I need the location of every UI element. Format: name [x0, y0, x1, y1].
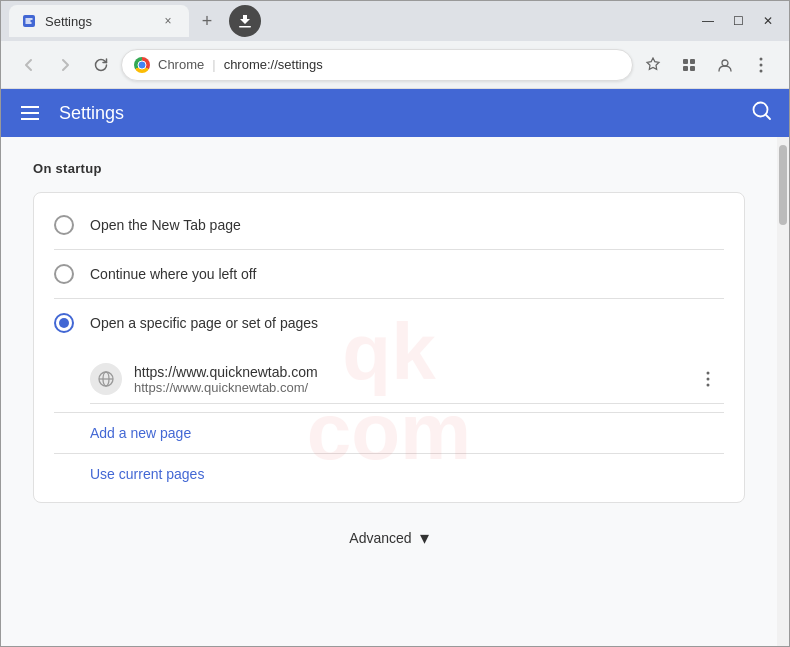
scrollbar-track: [777, 137, 789, 646]
specific-page-radio[interactable]: [54, 313, 74, 333]
page-url-secondary: https://www.quicknewtab.com/: [134, 380, 692, 395]
specific-page-label: Open a specific page or set of pages: [90, 315, 318, 331]
profile-button[interactable]: [709, 49, 741, 81]
tab-favicon: [21, 13, 37, 29]
settings-page-title: Settings: [59, 103, 124, 124]
svg-rect-3: [690, 59, 695, 64]
advanced-label: Advanced: [349, 530, 411, 546]
more-menu-button[interactable]: [745, 49, 777, 81]
svg-point-14: [707, 372, 710, 375]
radio-selected-indicator: [59, 318, 69, 328]
nav-bar: Chrome | chrome://settings: [1, 41, 789, 89]
forward-button[interactable]: [49, 49, 81, 81]
svg-rect-4: [683, 66, 688, 71]
settings-search-button[interactable]: [751, 100, 773, 126]
reload-button[interactable]: [85, 49, 117, 81]
advanced-chevron-icon[interactable]: ▾: [420, 527, 429, 549]
new-tab-button[interactable]: +: [193, 7, 221, 35]
tab-close-button[interactable]: ×: [159, 12, 177, 30]
hamburger-menu-button[interactable]: [17, 102, 43, 124]
address-separator: |: [212, 57, 215, 72]
use-current-pages-button[interactable]: Use current pages: [34, 454, 744, 494]
address-favicon: [134, 57, 150, 73]
page-more-button[interactable]: [692, 363, 724, 395]
continue-label: Continue where you left off: [90, 266, 256, 282]
page-url-primary: https://www.quicknewtab.com: [134, 364, 692, 380]
svg-point-6: [722, 60, 728, 66]
svg-point-8: [760, 63, 763, 66]
new-tab-option[interactable]: Open the New Tab page: [34, 201, 744, 249]
startup-pages-list: https://www.quicknewtab.com https://www.…: [34, 347, 744, 412]
startup-page-item: https://www.quicknewtab.com https://www.…: [90, 355, 724, 404]
svg-rect-1: [239, 26, 251, 28]
maximize-button[interactable]: ☐: [725, 8, 751, 34]
window-controls: — ☐ ✕: [695, 8, 781, 34]
bookmark-star-button[interactable]: [637, 49, 669, 81]
content-area: qkcom On startup Open the New Tab page C…: [1, 137, 789, 646]
page-url-info: https://www.quicknewtab.com https://www.…: [134, 364, 692, 395]
download-indicator[interactable]: [229, 5, 261, 37]
new-tab-radio[interactable]: [54, 215, 74, 235]
close-button[interactable]: ✕: [755, 8, 781, 34]
minimize-button[interactable]: —: [695, 8, 721, 34]
startup-options-card: Open the New Tab page Continue where you…: [33, 192, 745, 503]
scrollbar-thumb[interactable]: [779, 145, 787, 225]
specific-page-option[interactable]: Open a specific page or set of pages: [34, 299, 744, 347]
svg-point-15: [707, 378, 710, 381]
svg-rect-2: [683, 59, 688, 64]
address-url: chrome://settings: [224, 57, 323, 72]
address-source: Chrome: [158, 57, 204, 72]
on-startup-title: On startup: [33, 161, 745, 176]
svg-point-9: [760, 69, 763, 72]
title-bar: Settings × + — ☐ ✕: [1, 1, 789, 41]
continue-option[interactable]: Continue where you left off: [34, 250, 744, 298]
extensions-button[interactable]: [673, 49, 705, 81]
browser-window: Settings × + — ☐ ✕ Chrome |: [0, 0, 790, 647]
svg-rect-5: [690, 66, 695, 71]
svg-point-16: [707, 384, 710, 387]
new-tab-label: Open the New Tab page: [90, 217, 241, 233]
page-globe-icon: [90, 363, 122, 395]
settings-header: Settings: [1, 89, 789, 137]
on-startup-section: On startup Open the New Tab page Continu…: [1, 137, 777, 597]
tab-title: Settings: [45, 14, 151, 29]
address-bar[interactable]: Chrome | chrome://settings: [121, 49, 633, 81]
back-button[interactable]: [13, 49, 45, 81]
advanced-section: Advanced ▾: [33, 503, 745, 573]
active-tab[interactable]: Settings ×: [9, 5, 189, 37]
svg-point-7: [760, 57, 763, 60]
main-content: qkcom On startup Open the New Tab page C…: [1, 137, 777, 646]
continue-radio[interactable]: [54, 264, 74, 284]
add-new-page-button[interactable]: Add a new page: [34, 413, 744, 453]
